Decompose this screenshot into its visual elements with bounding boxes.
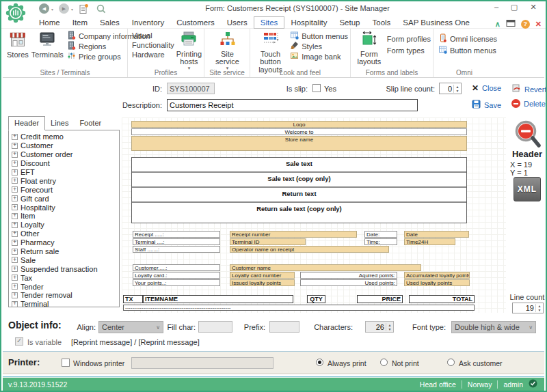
tree-item[interactable]: Forecourt bbox=[10, 185, 118, 194]
printing-hosts-button[interactable]: Printing hosts ▾ bbox=[175, 30, 203, 59]
expand-icon[interactable] bbox=[12, 143, 18, 149]
collapse-ribbon-icon[interactable]: ∧ bbox=[495, 20, 501, 29]
maximize-button[interactable]: ▢ bbox=[507, 3, 521, 12]
time-value-element[interactable]: Time24H bbox=[404, 238, 455, 245]
omni-licenses-button[interactable]: Omni licenses bbox=[438, 33, 497, 44]
operator-name-element[interactable]: Operator name on receipt bbox=[230, 246, 389, 253]
customer-label-element[interactable]: Customer.....: bbox=[133, 264, 220, 271]
receipt-design-canvas[interactable]: Logo Welcome to Store name Sale text Sal… bbox=[122, 117, 506, 313]
tab-footer[interactable]: Footer bbox=[74, 116, 107, 129]
expand-icon[interactable] bbox=[12, 134, 18, 140]
terminal-label-element[interactable]: Terminal ....: bbox=[133, 238, 220, 245]
return-sale-text-copy-element[interactable]: Return sale text (copy only) bbox=[132, 203, 466, 218]
customer-name-element[interactable]: Customer name bbox=[230, 264, 421, 271]
expand-icon[interactable] bbox=[12, 186, 18, 193]
tab-lines[interactable]: Lines bbox=[45, 116, 74, 129]
expand-icon[interactable] bbox=[12, 169, 18, 176]
price-column-element[interactable]: PRICE bbox=[357, 295, 403, 303]
tab-customers[interactable]: Customers bbox=[170, 17, 221, 28]
accumulated-points-element[interactable]: Accumulated loyalty points bbox=[404, 272, 470, 279]
tree-item[interactable]: Loyalty bbox=[10, 221, 118, 229]
tree-item[interactable]: Return sale bbox=[10, 247, 118, 256]
save-button[interactable]: Save bbox=[472, 99, 501, 111]
tree-item[interactable]: Other bbox=[10, 229, 118, 238]
expand-icon[interactable] bbox=[12, 204, 18, 210]
forward-button[interactable]: ▶ bbox=[59, 3, 69, 14]
tab-sites[interactable]: Sites bbox=[254, 16, 285, 29]
tab-tools[interactable]: Tools bbox=[366, 17, 397, 28]
sale-text-block[interactable]: Sale text Sale text (copy only) Return t… bbox=[131, 157, 467, 223]
minimize-button[interactable]: – bbox=[490, 3, 503, 11]
expand-icon[interactable] bbox=[12, 249, 18, 255]
logo-element[interactable]: Logo bbox=[131, 121, 467, 128]
stores-button[interactable]: Stores bbox=[5, 30, 30, 59]
tab-sales[interactable]: Sales bbox=[94, 17, 126, 28]
expand-icon[interactable] bbox=[12, 292, 18, 298]
revert-button[interactable]: Revert bbox=[511, 83, 546, 96]
tab-home[interactable]: Home bbox=[33, 17, 66, 28]
always-print-radio[interactable] bbox=[316, 359, 323, 366]
ask-customer-radio[interactable] bbox=[447, 359, 455, 366]
help-icon[interactable]: ? bbox=[521, 20, 530, 29]
tree-item[interactable]: Discount bbox=[10, 159, 118, 168]
staff-label-element[interactable]: Staff .......: bbox=[133, 246, 220, 253]
back-button[interactable]: ◀ bbox=[39, 3, 49, 14]
tree-item[interactable]: Customer bbox=[10, 141, 118, 150]
xml-button[interactable]: XML bbox=[513, 177, 541, 201]
tree-item[interactable]: Suspended transaction bbox=[10, 264, 118, 273]
is-slip-checkbox[interactable] bbox=[312, 84, 321, 92]
itemname-column-element[interactable]: ITEMNAME bbox=[143, 295, 293, 303]
form-layouts-button[interactable]: Form layouts bbox=[353, 30, 385, 59]
welcome-element[interactable]: Welcome to bbox=[131, 128, 467, 135]
windows-printer-checkbox[interactable] bbox=[62, 359, 70, 367]
tab-item[interactable]: Item bbox=[66, 17, 94, 28]
tree-item[interactable]: Gift card bbox=[10, 194, 118, 203]
terminals-button[interactable]: Terminals bbox=[30, 30, 65, 59]
image-bank-button[interactable]: Image bank bbox=[290, 51, 348, 61]
tree-item[interactable]: Pharmacy bbox=[10, 238, 118, 247]
tx-column-element[interactable]: TX bbox=[123, 295, 143, 303]
close-button[interactable]: ✕ Close bbox=[472, 83, 501, 93]
spinner-arrows-icon[interactable]: ▲▼ bbox=[453, 85, 461, 93]
loyalty-card-number-element[interactable]: Loyalty card number bbox=[230, 272, 295, 279]
tab-sap-business-one[interactable]: SAP Business One bbox=[397, 17, 476, 28]
form-profiles-button[interactable]: Form profiles bbox=[387, 33, 431, 44]
tab-users[interactable]: Users bbox=[221, 17, 254, 28]
journal-icon[interactable] bbox=[79, 3, 90, 17]
search-icon[interactable] bbox=[96, 3, 107, 17]
store-name-element[interactable]: Store name bbox=[131, 136, 467, 151]
terminal-id-element[interactable]: Terminal ID bbox=[230, 238, 306, 245]
visual-button[interactable]: Visual bbox=[132, 31, 174, 40]
time-label-element[interactable]: Time: bbox=[364, 238, 397, 245]
expand-icon[interactable] bbox=[12, 160, 18, 167]
tree-item[interactable]: EFT bbox=[10, 168, 118, 177]
window-close-button[interactable]: ✕ bbox=[526, 3, 540, 12]
back-dropdown-icon[interactable]: ▾ bbox=[51, 7, 53, 12]
separator-line-element[interactable]: ----------------------------------------… bbox=[123, 305, 475, 311]
delete-button[interactable]: Delete bbox=[511, 99, 546, 108]
description-input[interactable]: Customers Receipt bbox=[167, 99, 418, 111]
tab-inventory[interactable]: Inventory bbox=[126, 17, 170, 28]
tree-item[interactable]: Item bbox=[10, 212, 118, 221]
touch-button-layouts-button[interactable]: Touch button layouts bbox=[253, 30, 288, 59]
tree-item[interactable]: Terminal bbox=[10, 300, 118, 307]
expand-icon[interactable] bbox=[12, 275, 18, 281]
sale-text-copy-element[interactable]: Sale text (copy only) bbox=[132, 173, 466, 188]
functionality-button[interactable]: Functionality bbox=[132, 40, 174, 50]
expand-icon[interactable] bbox=[12, 266, 18, 272]
used-points-value-element[interactable]: Used loyalty points bbox=[404, 279, 470, 286]
used-points-label-element[interactable]: Used points: bbox=[300, 279, 397, 286]
expand-icon[interactable] bbox=[12, 213, 18, 219]
receipt-label-element[interactable]: Receipt .....: bbox=[133, 231, 220, 238]
tree-item[interactable]: Sale bbox=[10, 255, 118, 264]
zoom-out-icon[interactable] bbox=[513, 119, 542, 152]
menu-close-icon[interactable]: ✕ bbox=[535, 20, 542, 29]
aquired-points-label-element[interactable]: Aquired points: bbox=[300, 272, 397, 279]
total-column-element[interactable]: TOTAL bbox=[409, 295, 475, 303]
tab-header[interactable]: Header bbox=[8, 116, 45, 130]
receipt-number-element[interactable]: Receipt number bbox=[230, 231, 357, 238]
not-print-radio[interactable] bbox=[380, 359, 388, 366]
form-types-button[interactable]: Form types bbox=[387, 44, 431, 56]
spinner-arrows-icon[interactable]: ▲▼ bbox=[535, 304, 543, 312]
tree-item[interactable]: Float entry bbox=[10, 176, 118, 185]
